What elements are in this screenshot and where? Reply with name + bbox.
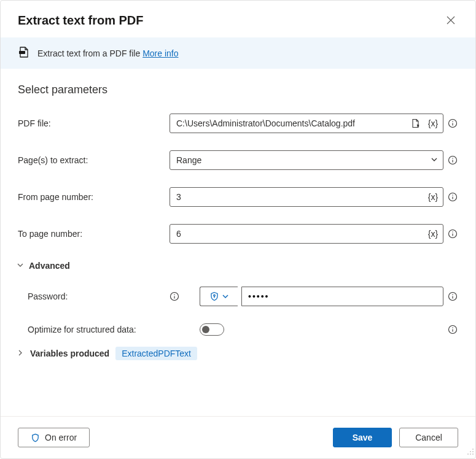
- credential-type-select[interactable]: [200, 287, 238, 306]
- svg-point-7: [452, 195, 453, 195]
- password-info-left-button[interactable]: [169, 291, 180, 302]
- variable-pill[interactable]: ExtractedPDFText: [115, 347, 197, 360]
- to-page-row: To page number: {x}: [18, 224, 458, 244]
- password-label: Password:: [28, 291, 165, 301]
- variables-produced-label: Variables produced: [30, 349, 109, 358]
- optimize-label: Optimize for structured data:: [28, 325, 200, 334]
- dialog-footer: On error Save Cancel: [1, 416, 475, 458]
- pages-row: Page(s) to extract: Range: [18, 150, 458, 170]
- info-icon: [448, 155, 458, 165]
- info-icon: [448, 291, 458, 301]
- advanced-label: Advanced: [29, 261, 70, 271]
- dialog-body: Select parameters PDF file:: [1, 69, 475, 416]
- svg-point-9: [452, 231, 453, 232]
- pages-label: Page(s) to extract:: [18, 155, 170, 165]
- cancel-button[interactable]: Cancel: [399, 428, 458, 447]
- dialog-title: Extract text from PDF: [18, 14, 144, 28]
- to-page-input[interactable]: [170, 224, 443, 244]
- info-icon: [448, 325, 458, 334]
- svg-text:PDF: PDF: [20, 51, 25, 54]
- close-icon: [447, 16, 455, 25]
- info-icon: [170, 291, 179, 301]
- from-page-info-button[interactable]: [447, 191, 458, 202]
- insert-variable-button[interactable]: {x}: [425, 189, 441, 205]
- pdf-file-input[interactable]: [170, 114, 443, 133]
- pages-info-button[interactable]: [447, 155, 458, 166]
- close-button[interactable]: [443, 13, 458, 28]
- optimize-info-button[interactable]: [447, 324, 458, 335]
- to-page-info-button[interactable]: [447, 228, 458, 239]
- dialog-header: Extract text from PDF: [1, 1, 475, 37]
- chevron-down-icon: [222, 293, 229, 300]
- password-info-button[interactable]: [447, 291, 458, 302]
- chevron-right-icon: [17, 349, 24, 358]
- svg-point-14: [452, 294, 453, 295]
- toggle-knob: [202, 326, 209, 333]
- pdf-file-info-button[interactable]: [447, 118, 458, 129]
- to-page-label: To page number:: [18, 229, 170, 239]
- variable-icon: {x}: [428, 192, 438, 202]
- pdf-file-label: PDF file:: [18, 118, 170, 128]
- variables-produced-row[interactable]: Variables produced ExtractedPDFText: [17, 347, 458, 360]
- svg-point-5: [452, 158, 453, 158]
- save-button[interactable]: Save: [333, 428, 392, 447]
- file-icon: [411, 118, 421, 128]
- more-info-link[interactable]: More info: [142, 48, 178, 58]
- advanced-content: Password:: [18, 287, 458, 336]
- svg-point-11: [174, 294, 174, 295]
- svg-point-17: [472, 449, 474, 450]
- pdf-file-row: PDF file: {x}: [18, 114, 458, 133]
- pages-select[interactable]: Range: [170, 150, 443, 170]
- password-input[interactable]: [241, 287, 443, 306]
- variable-icon: {x}: [428, 229, 438, 239]
- from-page-row: From page number: {x}: [18, 187, 458, 207]
- on-error-button[interactable]: On error: [18, 428, 90, 447]
- svg-point-20: [467, 453, 469, 455]
- advanced-toggle[interactable]: Advanced: [17, 261, 458, 271]
- svg-point-19: [472, 451, 474, 452]
- chevron-down-icon: [17, 261, 24, 271]
- optimize-row: Optimize for structured data:: [28, 323, 458, 336]
- chevron-down-icon: [431, 155, 438, 165]
- svg-point-22: [472, 453, 474, 455]
- browse-file-button[interactable]: [408, 115, 424, 131]
- password-row: Password:: [28, 287, 458, 306]
- resize-grip-icon: [467, 448, 474, 455]
- optimize-toggle[interactable]: [200, 323, 224, 336]
- svg-point-18: [470, 451, 471, 452]
- shield-outline-icon: [31, 433, 40, 442]
- info-banner: PDF Extract text from a PDF file More in…: [1, 37, 475, 69]
- resize-handle[interactable]: [467, 447, 474, 457]
- extract-pdf-text-dialog: Extract text from PDF PDF Extract text f…: [0, 0, 476, 459]
- insert-variable-button[interactable]: {x}: [425, 115, 441, 131]
- svg-point-3: [452, 121, 453, 122]
- variable-icon: {x}: [428, 118, 438, 128]
- from-page-input[interactable]: [170, 187, 443, 207]
- from-page-label: From page number:: [18, 192, 170, 202]
- insert-variable-button[interactable]: {x}: [425, 226, 441, 242]
- info-icon: [448, 118, 458, 128]
- info-icon: [448, 192, 458, 202]
- info-icon: [448, 229, 458, 239]
- svg-point-16: [452, 327, 453, 328]
- shield-icon: [209, 291, 219, 301]
- pdf-file-icon: PDF: [18, 46, 30, 60]
- svg-point-12: [213, 295, 215, 296]
- banner-text: Extract text from a PDF file More info: [37, 48, 179, 58]
- svg-point-21: [470, 453, 471, 455]
- parameters-section-title: Select parameters: [18, 83, 458, 96]
